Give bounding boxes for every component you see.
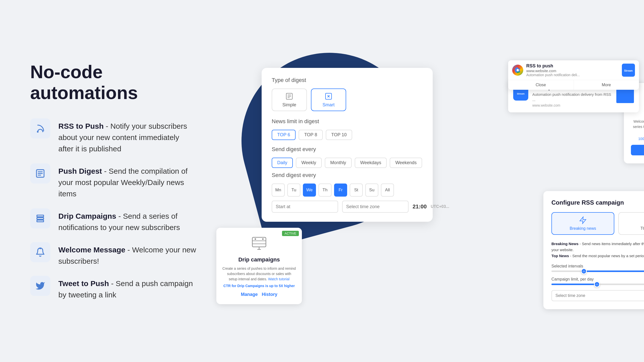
news-limit-label: News limit in digest [272,118,423,125]
all-btn[interactable]: All [381,184,394,197]
start-at-input[interactable] [272,201,338,213]
time-row: 21:00 UTC+03... [272,201,423,213]
toast-title: RSS to push [526,63,619,69]
drip-card-title: Drip campaigns [222,256,296,263]
svg-text:Stream: Stream [624,69,633,72]
limit-text: Campaign limit, per day [551,277,594,282]
daily-pill[interactable]: Daily [272,158,293,168]
time-display: 21:00 [413,203,427,210]
toast-more-button[interactable]: More [574,80,639,90]
notification-toast: RSS to push www.website.com Automation p… [508,60,639,90]
rss-icon [35,123,45,133]
fr-btn[interactable]: Fr [334,184,347,197]
top-news-desc: - Send the most popular news by a set pe… [570,254,644,258]
intervals-text: Selected intervals [551,264,583,268]
active-badge: ACTIVE [282,231,299,236]
utc-display: UTC+03... [431,204,449,209]
page-title: No-code automations [30,62,196,103]
send-days-label: Send digest every [272,172,423,178]
st-btn[interactable]: St [350,184,363,197]
su-btn[interactable]: Su [365,184,378,197]
svg-point-28 [255,238,256,240]
drip-ctr-text: CTR for Drip Campaigns is up to 5X highe… [222,284,296,288]
th-btn[interactable]: Th [318,184,332,197]
digest-types-row: Simple Smart [272,88,423,111]
svg-point-29 [262,238,264,240]
drip-feature-text: Drip Campaigns - Send a series of notifi… [58,208,196,233]
toast-content: RSS to push www.website.com Automation p… [526,63,619,77]
drip-history-btn[interactable]: History [262,292,277,297]
configure-button[interactable]: Configure [631,145,644,155]
feature-item-drip: Drip Campaigns - Send a series of notifi… [30,208,196,233]
digest-feature-text: Push Digest - Send the compilation of yo… [58,163,196,199]
top10-pill[interactable]: TOP 10 [326,130,352,140]
feature-item-rss: RSS to Push - Notify your subscribers ab… [30,118,196,154]
send-days-section: Send digest every Mn Tu We Th Fr St Su A… [272,172,423,197]
weekly-pill[interactable]: Weekly [296,158,322,168]
weekends-pill[interactable]: Weekends [390,158,422,168]
tu-btn[interactable]: Tu [287,184,300,197]
weekdays-pill[interactable]: Weekdays [355,158,387,168]
svg-rect-7 [37,220,44,222]
drip-watch-tutorial-link[interactable]: Watch tutorial [268,277,290,281]
notif-body-url: www.website.com [532,103,612,107]
toast-desc: Automation push notification deli... [526,73,619,77]
news-limit-pills: TOP 6 TOP 8 TOP 10 [272,130,423,140]
toast-stream-badge: Stream [622,64,635,77]
rss-timezone-input[interactable] [551,290,644,301]
intervals-slider[interactable]: ◁▷ ◁▷ [551,270,644,272]
top6-pill[interactable]: TOP 6 [272,130,296,140]
mn-btn[interactable]: Mn [272,184,285,197]
tweet-feature-name: Tweet to Push [58,279,109,288]
digest-feature-name: Push Digest [58,167,102,175]
days-row: Mn Tu We Th Fr St Su All [272,184,423,197]
drip-feature-name: Drip Campaigns [58,212,116,220]
welcome-icon-box [30,242,50,262]
svg-rect-5 [37,215,44,217]
tweet-feature-text: Tweet to Push - Send a push campaign by … [58,276,196,300]
drip-manage-btn[interactable]: Manage [241,292,258,297]
top8-pill[interactable]: TOP 8 [299,130,323,140]
twitter-icon-box [30,276,50,296]
digest-smart-btn[interactable]: Smart [311,88,346,111]
feature-item-welcome: Welcome Message - Welcome your new subsc… [30,242,196,267]
toast-close-button[interactable]: Close [508,80,574,90]
we-btn[interactable]: We [303,184,316,197]
slider-handle-left[interactable]: ◁▷ [581,268,587,274]
layers-icon [35,213,45,223]
svg-text:Stream: Stream [517,93,525,95]
toast-header: RSS to push www.website.com Automation p… [508,60,639,80]
right-panel: RSS to push www.website.com Automation p… [216,68,614,294]
bell-icon [35,247,45,257]
intervals-label-row: Selected intervals 08:00 - 20:00 [551,264,644,268]
timezone-input[interactable] [342,201,409,213]
toast-actions: Close More [508,80,639,90]
toast-url: www.website.com [526,69,619,73]
welcome-card-desc: Welcoming your new subscribers with grea… [631,119,644,135]
rss-configure-card: Configure RSS campaign Breaking news TOP… [543,191,644,309]
drip-card-desc: Create a series of pushes to inform and … [222,266,296,282]
rss-card-title: Configure RSS campaign [551,199,644,206]
limit-slider-handle[interactable]: ◁▷ [594,281,600,287]
rss-icon-box [30,118,50,139]
feature-list: RSS to Push - Notify your subscribers ab… [30,118,196,300]
list-icon [35,168,45,178]
smart-label: Smart [323,102,335,108]
feature-item-digest: Push Digest - Send the compilation of yo… [30,163,196,199]
top-news-btn[interactable]: TOP news [618,212,644,235]
limit-slider[interactable]: ◁▷ [551,284,644,285]
welcome-feature-text: Welcome Message - Welcome your new subsc… [58,242,196,267]
feature-item-tweet: Tweet to Push - Send a push campaign by … [30,276,196,300]
drip-card: ACTIVE Drip campaigns Create a series of… [216,228,302,304]
limit-label-row: Campaign limit, per day 8 [551,277,644,282]
monthly-pill[interactable]: Monthly [325,158,352,168]
svg-rect-6 [37,217,44,219]
news-limit-section: News limit in digest TOP 6 TOP 8 TOP 10 [272,118,423,140]
page-wrapper: No-code automations RSS to Push - Notify… [0,0,644,362]
digest-type-label: Type of digest [272,77,423,83]
digest-card: Type of digest Simple S [262,68,433,222]
left-panel: No-code automations RSS to Push - Notify… [30,62,196,300]
digest-simple-btn[interactable]: Simple [272,88,307,111]
rss-description: Breaking News - Send news items immediat… [551,241,644,259]
breaking-news-btn[interactable]: Breaking news [551,212,614,235]
